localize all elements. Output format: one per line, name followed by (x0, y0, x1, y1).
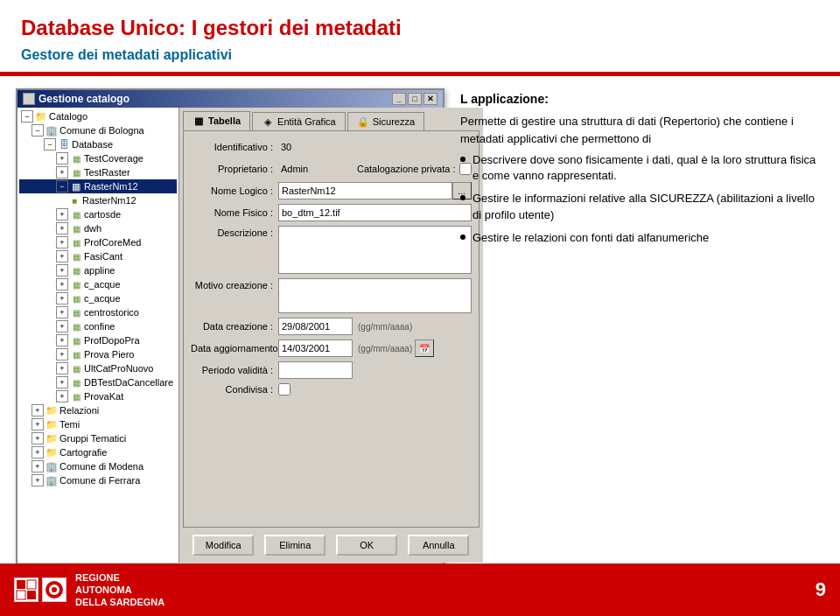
leaf-icon: ▦ (70, 264, 82, 276)
tree-node-profdopopra[interactable]: + ▦ ProfDopoPra (19, 333, 177, 347)
info-intro: Permette di gestire una struttura di dat… (460, 113, 824, 147)
footer-page-number: 9 (816, 578, 826, 601)
right-form-panel: ▦ Tabella ◈ Entità Grafica 🔒 Sicurezza (179, 108, 483, 563)
periodo-input[interactable] (278, 361, 353, 379)
tree-node-profcoremed[interactable]: + ▦ ProfCoreMed (19, 235, 177, 249)
tree-node-testraster[interactable]: + ▦ TestRaster (19, 165, 177, 179)
expander-testraster[interactable]: + (56, 166, 68, 178)
descrizione-textarea[interactable] (278, 226, 472, 274)
id-label: Identificativo : (191, 142, 278, 152)
expander-gruppitematici[interactable]: + (32, 432, 44, 444)
leaf-icon: ▦ (70, 320, 82, 332)
tree-node-temi[interactable]: + 📁 Temi (19, 417, 177, 431)
folder-icon: 📁 (46, 446, 58, 458)
expander-temi[interactable]: + (32, 418, 44, 430)
tree-node-rasternm12-child[interactable]: ■ RasterNm12 (19, 193, 177, 207)
tab-tabella[interactable]: ▦ Tabella (183, 111, 250, 130)
expander-provacat[interactable]: + (56, 390, 68, 402)
proprietario-input[interactable] (278, 160, 357, 178)
info-panel: L applicazione: Permette di gestire una … (460, 88, 824, 566)
id-input[interactable] (278, 138, 313, 156)
dialog-controls[interactable]: _ □ ✕ (392, 93, 438, 105)
elimina-button[interactable]: Elimina (264, 535, 326, 556)
folder-icon: 🏢 (46, 474, 58, 486)
bullet-dot-1 (460, 157, 466, 162)
expander-rasternm12[interactable]: − (56, 180, 68, 192)
leaf-icon: ▦ (70, 166, 82, 178)
tree-node-ferrara[interactable]: + 🏢 Comune di Ferrara (19, 473, 177, 487)
tree-node-dwh[interactable]: + ▦ dwh (19, 221, 177, 235)
tree-node-cacque2[interactable]: + ▦ c_acque (19, 291, 177, 305)
expander-ferrara[interactable]: + (32, 474, 44, 486)
tree-node-centrostorico[interactable]: + ▦ centrostorico (19, 305, 177, 319)
maximize-button[interactable]: □ (408, 93, 422, 105)
tree-node-provacat[interactable]: + ▦ ProvaKat (19, 389, 177, 403)
tree-node-bologna[interactable]: − 🏢 Comune di Bologna (19, 123, 177, 137)
motivo-label: Motivo creazione : (191, 278, 278, 290)
tab-entita-grafica[interactable]: ◈ Entità Grafica (252, 112, 346, 130)
tree-node-modena[interactable]: + 🏢 Comune di Modena (19, 459, 177, 473)
db-icon: 🗄 (58, 138, 70, 150)
tree-node-ultcatpronuovo[interactable]: + ▦ UltCatProNuovo (19, 361, 177, 375)
condivisa-checkbox[interactable] (278, 383, 290, 396)
expander-ultcatpronuovo[interactable]: + (56, 362, 68, 374)
form-row-motivo: Motivo creazione : (191, 278, 472, 313)
page-subtitle: Gestore dei metadati applicativi (21, 47, 819, 63)
expander-centrostorico[interactable]: + (56, 306, 68, 318)
folder-icon: 🏢 (46, 124, 58, 136)
tree-node-cartografie[interactable]: + 📁 Cartografie (19, 445, 177, 459)
expander-profcoremed[interactable]: + (56, 236, 68, 248)
data-aggiornamento-input[interactable] (278, 340, 353, 357)
nome-logico-input[interactable] (278, 182, 452, 200)
expander-cartografie[interactable]: + (32, 446, 44, 458)
tree-panel[interactable]: − 📁 Catalogo − 🏢 Comune di Bologna − 🗄 D… (18, 108, 179, 563)
tab-sicurezza[interactable]: 🔒 Sicurezza (347, 112, 424, 130)
expander-database[interactable]: − (44, 138, 56, 150)
main-content: Gestione catalogo _ □ ✕ − 📁 Catalogo − (0, 76, 840, 578)
bullet-item-3: Gestire le relazioni con fonti dati alfa… (460, 230, 824, 246)
motivo-textarea[interactable] (278, 278, 472, 313)
tree-node-relazioni[interactable]: + 📁 Relazioni (19, 403, 177, 417)
tree-node-provapiero[interactable]: + ▦ Prova Piero (19, 347, 177, 361)
expander-bologna[interactable]: − (32, 124, 44, 136)
data-aggiornamento-label: Data aggiornamento : (191, 343, 278, 354)
tree-node-appline[interactable]: + ▦ appline (19, 263, 177, 277)
modifica-button[interactable]: Modifica (192, 535, 254, 556)
expander-cartosde[interactable]: + (56, 208, 68, 220)
expander-profdopopra[interactable]: + (56, 334, 68, 346)
minimize-button[interactable]: _ (392, 93, 406, 105)
tree-node-cartosde[interactable]: + ▦ cartosde (19, 207, 177, 221)
expander-confine[interactable]: + (56, 320, 68, 332)
svg-rect-3 (27, 591, 36, 599)
expander-catalogo[interactable]: − (21, 110, 33, 122)
expander-modena[interactable]: + (32, 460, 44, 472)
nome-fisico-input[interactable] (278, 204, 472, 221)
ok-button[interactable]: OK (336, 535, 397, 556)
expander-fasicant[interactable]: + (56, 250, 68, 262)
expander-dwh[interactable]: + (56, 222, 68, 234)
tree-node-gruppitematici[interactable]: + 📁 Gruppi Tematici (19, 431, 177, 445)
expander-cacque1[interactable]: + (56, 278, 68, 290)
tree-node-cacque1[interactable]: + ▦ c_acque (19, 277, 177, 291)
expander-relazioni[interactable]: + (32, 404, 44, 416)
catalogazione-label: Catalogazione privata : (357, 164, 456, 174)
expander-testcoverage[interactable]: + (56, 152, 68, 164)
tree-node-dbtestdacancellare[interactable]: + ▦ DBTestDaCancellare (19, 375, 177, 389)
folder-icon: 📁 (46, 404, 58, 416)
calendar-button[interactable]: 📅 (415, 340, 434, 357)
dialog-body: − 📁 Catalogo − 🏢 Comune di Bologna − 🗄 D… (18, 108, 443, 563)
descrizione-label: Descrizione : (191, 226, 278, 238)
expander-cacque2[interactable]: + (56, 292, 68, 304)
tree-node-testcoverage[interactable]: + ▦ TestCoverage (19, 151, 177, 165)
expander-appline[interactable]: + (56, 264, 68, 276)
tree-node-fasicant[interactable]: + ▦ FasiCant (19, 249, 177, 263)
close-button[interactable]: ✕ (424, 93, 438, 105)
data-creazione-input[interactable] (278, 318, 353, 335)
tree-node-rasternm12[interactable]: − ▦ RasterNm12 (19, 179, 177, 193)
expander-provapiero[interactable]: + (56, 348, 68, 360)
form-row-descrizione: Descrizione : (191, 226, 472, 274)
tree-node-catalogo[interactable]: − 📁 Catalogo (19, 109, 177, 123)
tree-node-database[interactable]: − 🗄 Database (19, 137, 177, 151)
tree-node-confine[interactable]: + ▦ confine (19, 319, 177, 333)
expander-dbtestdacancellare[interactable]: + (56, 376, 68, 388)
